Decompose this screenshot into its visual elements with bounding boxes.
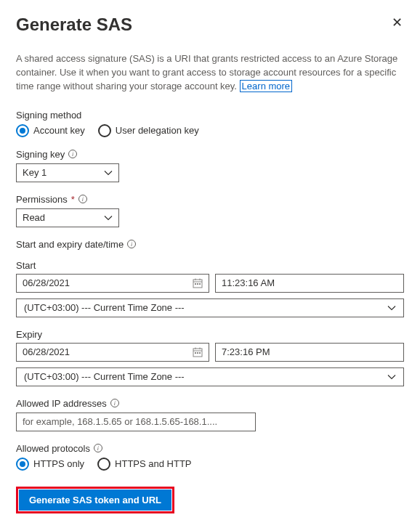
generate-button-highlight: Generate SAS token and URL xyxy=(16,487,174,513)
radio-account-key[interactable]: Account key xyxy=(16,124,85,137)
radio-label: User delegation key xyxy=(116,125,199,136)
description-text: A shared access signature (SAS) is a URI… xyxy=(16,52,404,94)
calendar-icon xyxy=(193,278,203,288)
radio-label: HTTPS and HTTP xyxy=(115,458,191,469)
radio-user-delegation[interactable]: User delegation key xyxy=(98,124,199,137)
info-icon[interactable]: i xyxy=(127,240,136,248)
signing-key-label: Signing key xyxy=(16,149,65,160)
start-date-input[interactable]: 06/28/2021 xyxy=(16,274,209,293)
svg-rect-11 xyxy=(195,352,196,354)
radio-https-and-http[interactable]: HTTPS and HTTP xyxy=(97,458,191,471)
expiry-tz-value: (UTC+03:00) --- Current Time Zone --- xyxy=(24,371,185,382)
expiry-time-value: 7:23:16 PM xyxy=(222,346,270,357)
allowed-protocols-label: Allowed protocols xyxy=(16,443,90,454)
radio-label: HTTPS only xyxy=(33,458,84,469)
expiry-date-input[interactable]: 06/28/2021 xyxy=(16,343,209,362)
radio-icon xyxy=(16,458,29,471)
allowed-ip-label: Allowed IP addresses xyxy=(16,398,107,409)
svg-rect-4 xyxy=(195,283,196,285)
start-label: Start xyxy=(16,260,404,271)
signing-key-value: Key 1 xyxy=(23,167,47,178)
page-title: Generate SAS xyxy=(16,15,132,35)
radio-label: Account key xyxy=(33,125,85,136)
start-time-input[interactable]: 11:23:16 AM xyxy=(215,274,404,293)
permissions-select[interactable]: Read xyxy=(16,208,119,227)
allowed-ip-input[interactable] xyxy=(16,413,256,431)
svg-rect-13 xyxy=(199,352,201,354)
info-icon[interactable]: i xyxy=(78,195,87,203)
expiry-label: Expiry xyxy=(16,329,404,340)
radio-icon xyxy=(97,458,110,471)
signing-method-label: Signing method xyxy=(16,110,404,121)
chevron-down-icon xyxy=(387,374,396,380)
permissions-value: Read xyxy=(23,212,45,223)
expiry-time-input[interactable]: 7:23:16 PM xyxy=(215,343,404,362)
info-icon[interactable]: i xyxy=(94,444,102,452)
generate-sas-button[interactable]: Generate SAS token and URL xyxy=(19,489,171,511)
start-tz-value: (UTC+03:00) --- Current Time Zone --- xyxy=(24,302,185,313)
expiry-date-value: 06/28/2021 xyxy=(23,346,70,357)
svg-rect-12 xyxy=(197,352,198,354)
close-icon[interactable]: ✕ xyxy=(390,15,404,31)
radio-https-only[interactable]: HTTPS only xyxy=(16,458,84,471)
chevron-down-icon xyxy=(104,170,113,176)
expiry-timezone-select[interactable]: (UTC+03:00) --- Current Time Zone --- xyxy=(16,367,404,386)
chevron-down-icon xyxy=(104,215,113,221)
signing-key-select[interactable]: Key 1 xyxy=(16,163,119,182)
calendar-icon xyxy=(193,347,203,357)
permissions-label: Permissions xyxy=(16,194,68,205)
learn-more-link[interactable]: Learn more xyxy=(240,80,292,92)
datetime-header: Start and expiry date/time xyxy=(16,239,124,250)
svg-rect-5 xyxy=(197,283,198,285)
radio-icon xyxy=(98,124,111,137)
info-icon[interactable]: i xyxy=(68,150,77,158)
description-body: A shared access signature (SAS) is a URI… xyxy=(16,53,397,92)
chevron-down-icon xyxy=(387,305,396,311)
start-date-value: 06/28/2021 xyxy=(23,277,70,288)
radio-icon xyxy=(16,124,29,137)
start-time-value: 11:23:16 AM xyxy=(222,277,275,288)
info-icon[interactable]: i xyxy=(110,399,119,407)
start-timezone-select[interactable]: (UTC+03:00) --- Current Time Zone --- xyxy=(16,298,404,317)
svg-rect-6 xyxy=(199,283,201,285)
required-indicator: * xyxy=(71,194,75,205)
